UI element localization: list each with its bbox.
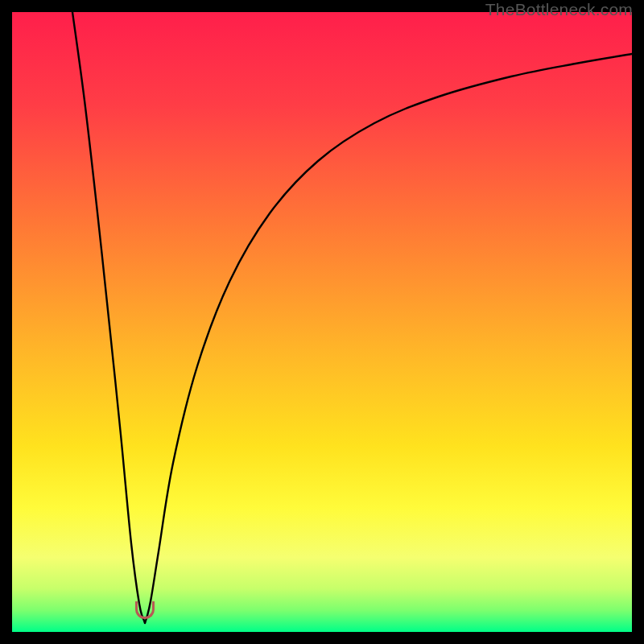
watermark-text: TheBottleneck.com bbox=[485, 0, 633, 19]
bottleneck-curve bbox=[12, 12, 632, 632]
plot-area bbox=[12, 12, 632, 632]
chart-frame: TheBottleneck.com bbox=[0, 0, 644, 644]
